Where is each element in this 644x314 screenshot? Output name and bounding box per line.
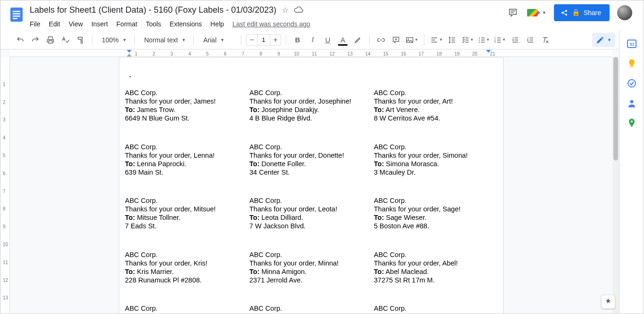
menu-format[interactable]: Format xyxy=(116,20,137,28)
text-color-button[interactable]: A xyxy=(336,33,349,47)
svg-point-17 xyxy=(630,100,633,104)
contacts-icon[interactable] xyxy=(627,98,636,108)
label-cell[interactable]: ABC Corp.Thanks for your order, Kris!To:… xyxy=(125,250,249,285)
increase-indent-button[interactable] xyxy=(524,33,537,47)
horizontal-ruler[interactable]: 123456789101112131415161718192021 xyxy=(10,49,612,57)
ruler-h-mark: 13 xyxy=(347,51,353,56)
docs-home-icon[interactable] xyxy=(7,5,26,24)
vertical-ruler[interactable]: 12345678910111213 xyxy=(0,57,10,314)
label-cell[interactable]: ABC Corp.Thanks for your order, Mitsue!T… xyxy=(125,196,249,231)
redo-button[interactable] xyxy=(29,33,42,47)
spellcheck-button[interactable] xyxy=(59,33,72,47)
paint-format-button[interactable] xyxy=(74,33,87,47)
share-button[interactable]: 🔒 Share xyxy=(554,4,610,21)
calendar-icon[interactable]: 31 xyxy=(627,39,636,48)
font-size-input[interactable] xyxy=(257,35,270,45)
label-company: ABC Corp. xyxy=(374,250,498,259)
text-cursor xyxy=(130,76,131,77)
scrollbar-thumb[interactable] xyxy=(613,57,618,161)
bulleted-list-button[interactable]: ▼ xyxy=(477,33,491,47)
font-size-control[interactable]: − + xyxy=(246,34,281,46)
label-company: ABC Corp. xyxy=(249,250,374,259)
meet-icon[interactable]: ▼ xyxy=(527,9,546,16)
label-thanks: Thanks for your order, Simona! xyxy=(374,151,498,160)
font-size-increase[interactable]: + xyxy=(270,35,281,45)
insert-link-button[interactable] xyxy=(374,33,388,47)
label-cell[interactable]: ABC Corp.Thanks for your order, Sage!To:… xyxy=(374,196,498,231)
explore-button[interactable] xyxy=(601,295,615,309)
label-cell[interactable]: ABC Corp.Thanks for your order, Minna!To… xyxy=(249,250,374,285)
font-size-decrease[interactable]: − xyxy=(247,35,257,45)
menu-help[interactable]: Help xyxy=(210,20,224,28)
label-cell[interactable]: ABC Corp.Thanks for your order, Josephin… xyxy=(249,89,374,123)
font-select[interactable]: Arial▼ xyxy=(198,36,236,44)
move-icon[interactable] xyxy=(294,7,304,13)
maps-icon[interactable] xyxy=(627,118,636,128)
label-to: To: Kris Marrier. xyxy=(125,267,249,276)
svg-point-6 xyxy=(408,38,409,39)
insert-comment-button[interactable] xyxy=(389,33,403,47)
decrease-indent-button[interactable] xyxy=(509,33,522,47)
svg-rect-15 xyxy=(630,66,633,67)
checklist-button[interactable]: ▼ xyxy=(461,33,475,47)
print-button[interactable] xyxy=(44,33,57,47)
label-thanks: Thanks for your order, James! xyxy=(125,97,249,105)
label-cell[interactable]: ABC Corp.Thanks for your order, Donette!… xyxy=(249,143,374,177)
paragraph-style-select[interactable]: Normal text▼ xyxy=(140,36,189,44)
label-cell[interactable]: ABC Corp.Thanks for your order, Cammy!To… xyxy=(374,304,498,314)
ruler-h-mark: 17 xyxy=(419,51,424,56)
ruler-v-mark: 13 xyxy=(3,295,8,300)
label-cell[interactable]: ABC Corp.Thanks for your order, Kiley!To… xyxy=(125,304,249,314)
label-cell[interactable]: ABC Corp.Thanks for your order, Simona!T… xyxy=(374,143,498,177)
numbered-list-button[interactable]: 123▼ xyxy=(493,33,507,47)
ruler-h-mark: 11 xyxy=(312,51,317,56)
menu-file[interactable]: File xyxy=(30,20,41,28)
editing-mode-button[interactable]: ▼ xyxy=(592,33,615,47)
label-cell[interactable]: ABC Corp.Thanks for your order, Abel!To:… xyxy=(374,250,498,285)
bold-button[interactable]: B xyxy=(291,33,304,47)
label-cell[interactable]: ABC Corp.Thanks for your order, Lenna!To… xyxy=(125,143,249,177)
vertical-scrollbar[interactable] xyxy=(612,57,619,314)
label-to: To: Mitsue Tollner. xyxy=(125,213,249,222)
zoom-select[interactable]: 100%▼ xyxy=(97,36,130,44)
ruler-v-mark: 3 xyxy=(3,117,6,122)
label-company: ABC Corp. xyxy=(249,304,374,313)
label-cell[interactable]: ABC Corp.Thanks for your order, Graciela… xyxy=(249,304,374,314)
comment-history-icon[interactable] xyxy=(506,6,520,19)
label-thanks: Thanks for your order, Mitsue! xyxy=(125,205,249,213)
align-button[interactable]: ▼ xyxy=(429,33,444,47)
menu-tools[interactable]: Tools xyxy=(146,20,161,28)
label-address: 3 Mcauley Dr. xyxy=(374,168,498,177)
menu-insert[interactable]: Insert xyxy=(91,20,108,28)
label-company: ABC Corp. xyxy=(374,304,498,313)
account-avatar[interactable] xyxy=(617,5,632,20)
label-cell[interactable]: ABC Corp.Thanks for your order, Leota!To… xyxy=(249,196,374,231)
menu-edit[interactable]: Edit xyxy=(49,20,60,28)
page[interactable]: ABC Corp.Thanks for your order, James!To… xyxy=(119,57,504,314)
highlight-button[interactable] xyxy=(351,33,364,47)
ruler-h-mark: 8 xyxy=(260,51,263,56)
title-bar: Labels for Sheet1 (Client Data) - 5160 (… xyxy=(0,0,644,31)
underline-button[interactable]: U xyxy=(321,33,334,47)
label-address: 34 Center St. xyxy=(249,168,374,177)
label-company: ABC Corp. xyxy=(125,304,249,313)
ruler-h-mark: 9 xyxy=(277,51,280,56)
document-scroll[interactable]: ABC Corp.Thanks for your order, James!To… xyxy=(10,57,612,314)
tasks-icon[interactable] xyxy=(627,79,636,88)
label-cell[interactable]: ABC Corp.Thanks for your order, James!To… xyxy=(125,89,249,123)
undo-button[interactable] xyxy=(14,33,27,47)
label-company: ABC Corp. xyxy=(125,250,249,259)
document-title[interactable]: Labels for Sheet1 (Client Data) - 5160 (… xyxy=(30,5,276,15)
insert-image-button[interactable]: ▼ xyxy=(405,33,419,47)
label-cell[interactable]: ABC Corp.Thanks for your order, Art!To: … xyxy=(374,89,498,123)
label-thanks: Thanks for your order, Graciela! xyxy=(249,313,374,314)
last-edit-link[interactable]: Last edit was seconds ago xyxy=(232,20,310,28)
label-address: 228 Runamuck Pl #2808. xyxy=(125,276,249,284)
menu-extensions[interactable]: Extensions xyxy=(170,20,202,28)
clear-formatting-button[interactable] xyxy=(539,33,552,47)
line-spacing-button[interactable] xyxy=(446,33,459,47)
star-icon[interactable]: ☆ xyxy=(282,6,289,15)
menu-view[interactable]: View xyxy=(69,20,83,28)
italic-button[interactable]: I xyxy=(306,33,319,47)
keep-icon[interactable] xyxy=(627,59,636,68)
